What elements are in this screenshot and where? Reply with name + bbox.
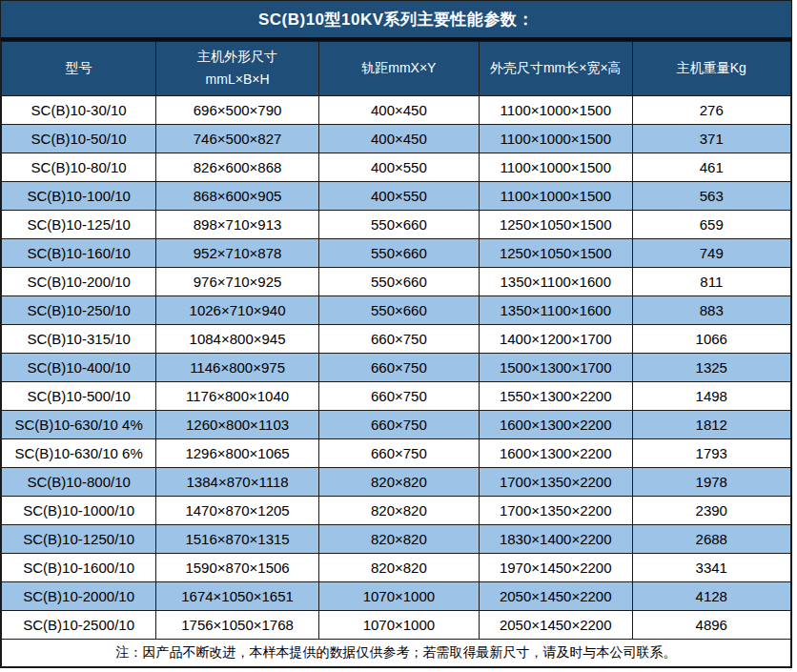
- dimensions-cell: 1026×710×940: [156, 296, 319, 325]
- table-row: SC(B)10-2500/101756×1050×17681070×100020…: [2, 611, 791, 640]
- dimensions-cell: 898×710×913: [156, 211, 319, 239]
- model-cell: SC(B)10-1000/10: [2, 497, 156, 525]
- model-cell: SC(B)10-1600/10: [2, 554, 156, 582]
- rail-gauge-cell: 1070×1000: [318, 611, 479, 640]
- table-header-row: 型号 主机外形尺寸 mmL×B×H 轨距mmX×Y 外壳尺寸mm长×宽×高 主机…: [2, 42, 791, 96]
- weight-cell: 461: [632, 153, 790, 182]
- dimensions-cell: 868×600×905: [156, 182, 319, 211]
- model-cell: SC(B)10-1250/10: [2, 525, 156, 554]
- rail-gauge-cell: 550×660: [318, 268, 479, 296]
- dimensions-cell: 976×710×925: [156, 268, 319, 296]
- dimensions-cell: 1516×870×1315: [156, 525, 319, 554]
- rail-gauge-cell: 550×660: [318, 211, 479, 239]
- dimensions-cell: 952×710×878: [156, 239, 319, 268]
- weight-cell: 659: [632, 211, 790, 239]
- weight-cell: 3341: [632, 554, 790, 582]
- spec-sheet: SC(B)10型10KV系列主要性能参数： 型号 主机外形尺寸 mmL×B×H …: [0, 0, 792, 668]
- rail-gauge-cell: 660×750: [318, 325, 479, 354]
- table-row: SC(B)10-80/10826×600×868400×5501100×1000…: [2, 153, 791, 182]
- page-title: SC(B)10型10KV系列主要性能参数：: [1, 1, 791, 41]
- table-row: SC(B)10-1250/101516×870×1315820×8201830×…: [2, 525, 791, 554]
- model-cell: SC(B)10-125/10: [2, 211, 156, 239]
- table-row: SC(B)10-400/101146×800×975660×7501500×13…: [2, 354, 791, 382]
- model-cell: SC(B)10-160/10: [2, 239, 156, 268]
- column-header-model: 型号: [2, 42, 156, 96]
- weight-cell: 811: [632, 268, 790, 296]
- weight-cell: 883: [632, 296, 790, 325]
- rail-gauge-cell: 820×820: [318, 468, 479, 497]
- shell-size-cell: 1100×1000×1500: [479, 125, 632, 153]
- weight-cell: 1325: [632, 354, 790, 382]
- weight-cell: 1498: [632, 382, 790, 411]
- rail-gauge-cell: 820×820: [318, 525, 479, 554]
- model-cell: SC(B)10-630/10 4%: [2, 411, 156, 439]
- table-row: SC(B)10-315/101084×800×945660×7501400×12…: [2, 325, 791, 354]
- shell-size-cell: 1600×1300×2200: [479, 439, 632, 468]
- table-row: SC(B)10-1600/101590×870×1506820×8201970×…: [2, 554, 791, 582]
- shell-size-cell: 1100×1000×1500: [479, 153, 632, 182]
- weight-cell: 2688: [632, 525, 790, 554]
- shell-size-cell: 1350×1100×1600: [479, 296, 632, 325]
- shell-size-cell: 1550×1300×2200: [479, 382, 632, 411]
- weight-cell: 563: [632, 182, 790, 211]
- dimensions-cell: 1296×800×1065: [156, 439, 319, 468]
- model-cell: SC(B)10-200/10: [2, 268, 156, 296]
- table-body: SC(B)10-30/10696×500×790400×4501100×1000…: [2, 96, 791, 640]
- shell-size-cell: 1600×1300×2200: [479, 411, 632, 439]
- weight-cell: 4128: [632, 582, 790, 611]
- dimensions-cell: 1084×800×945: [156, 325, 319, 354]
- table-row: SC(B)10-2000/101674×1050×16511070×100020…: [2, 582, 791, 611]
- shell-size-cell: 2050×1450×2200: [479, 582, 632, 611]
- table-row: SC(B)10-125/10898×710×913550×6601250×105…: [2, 211, 791, 239]
- footer-note: 注：因产品不断改进，本样本提供的数据仅供参考；若需取得最新尺寸，请及时与本公司联…: [2, 640, 791, 667]
- spec-table: 型号 主机外形尺寸 mmL×B×H 轨距mmX×Y 外壳尺寸mm长×宽×高 主机…: [1, 41, 791, 667]
- table-row: SC(B)10-800/101384×870×1118820×8201700×1…: [2, 468, 791, 497]
- model-cell: SC(B)10-100/10: [2, 182, 156, 211]
- table-row: SC(B)10-100/10868×600×905400×5501100×100…: [2, 182, 791, 211]
- shell-size-cell: 1400×1200×1700: [479, 325, 632, 354]
- weight-cell: 1793: [632, 439, 790, 468]
- dimensions-cell: 696×500×790: [156, 96, 319, 125]
- shell-size-cell: 1700×1350×2200: [479, 497, 632, 525]
- shell-size-cell: 1100×1000×1500: [479, 96, 632, 125]
- shell-size-cell: 1350×1100×1600: [479, 268, 632, 296]
- table-row: SC(B)10-160/10952×710×878550×6601250×105…: [2, 239, 791, 268]
- model-cell: SC(B)10-800/10: [2, 468, 156, 497]
- shell-size-cell: 1250×1050×1500: [479, 239, 632, 268]
- dimensions-cell: 1146×800×975: [156, 354, 319, 382]
- dimensions-cell: 1756×1050×1768: [156, 611, 319, 640]
- table-row: SC(B)10-200/10976×710×925550×6601350×110…: [2, 268, 791, 296]
- weight-cell: 1812: [632, 411, 790, 439]
- rail-gauge-cell: 550×660: [318, 239, 479, 268]
- dimensions-cell: 1674×1050×1651: [156, 582, 319, 611]
- weight-cell: 1978: [632, 468, 790, 497]
- rail-gauge-cell: 660×750: [318, 382, 479, 411]
- dimensions-cell: 1384×870×1118: [156, 468, 319, 497]
- column-header-rail-gauge: 轨距mmX×Y: [318, 42, 479, 96]
- model-cell: SC(B)10-250/10: [2, 296, 156, 325]
- model-cell: SC(B)10-80/10: [2, 153, 156, 182]
- model-cell: SC(B)10-2000/10: [2, 582, 156, 611]
- column-header-weight: 主机重量Kg: [632, 42, 790, 96]
- weight-cell: 1066: [632, 325, 790, 354]
- rail-gauge-cell: 660×750: [318, 439, 479, 468]
- table-row: SC(B)10-500/101176×800×1040660×7501550×1…: [2, 382, 791, 411]
- model-cell: SC(B)10-315/10: [2, 325, 156, 354]
- shell-size-cell: 1100×1000×1500: [479, 182, 632, 211]
- dimensions-cell: 746×500×827: [156, 125, 319, 153]
- shell-size-cell: 1700×1350×2200: [479, 468, 632, 497]
- rail-gauge-cell: 820×820: [318, 497, 479, 525]
- weight-cell: 749: [632, 239, 790, 268]
- model-cell: SC(B)10-50/10: [2, 125, 156, 153]
- column-header-shell-size: 外壳尺寸mm长×宽×高: [479, 42, 632, 96]
- table-row: SC(B)10-630/10 6%1296×800×1065660×750160…: [2, 439, 791, 468]
- weight-cell: 2390: [632, 497, 790, 525]
- dimensions-cell: 1590×870×1506: [156, 554, 319, 582]
- weight-cell: 4896: [632, 611, 790, 640]
- rail-gauge-cell: 400×450: [318, 96, 479, 125]
- weight-cell: 276: [632, 96, 790, 125]
- weight-cell: 371: [632, 125, 790, 153]
- dimensions-cell: 1260×800×1103: [156, 411, 319, 439]
- table-row: SC(B)10-630/10 4%1260×800×1103660×750160…: [2, 411, 791, 439]
- model-cell: SC(B)10-630/10 6%: [2, 439, 156, 468]
